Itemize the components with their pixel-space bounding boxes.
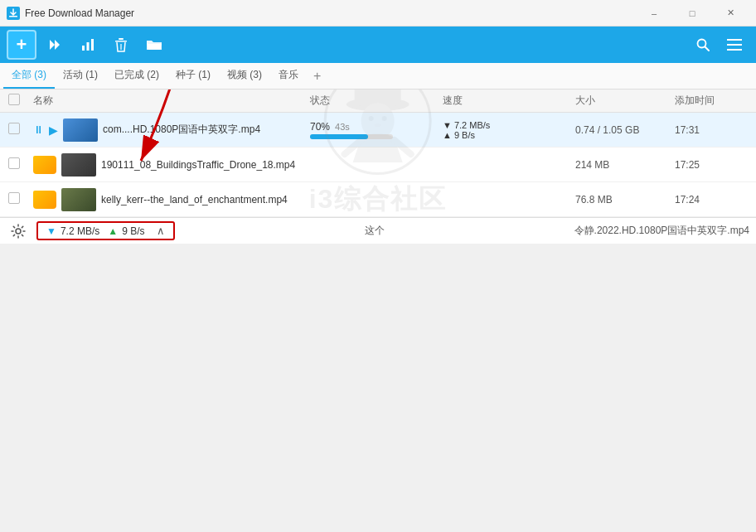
- row1-progress-bar-bg: [310, 134, 393, 139]
- row3-check[interactable]: [3, 192, 28, 206]
- up-arrow-icon: ▲: [108, 225, 118, 237]
- row3-filename-text: kelly_kerr--the_land_of_enchantment.mp4: [101, 194, 288, 206]
- row1-progress-bar-fill: [310, 134, 368, 139]
- table-row[interactable]: 190111_08_BuildingsTraffic_Drone_18.mp4 …: [0, 148, 756, 182]
- header-speed: 速度: [438, 94, 570, 108]
- row2-size: 214 MB: [570, 159, 670, 171]
- row1-time: 17:31: [670, 124, 753, 136]
- upload-speed-value: 9 B/s: [122, 225, 144, 237]
- row1-size: 0.74 / 1.05 GB: [570, 124, 670, 136]
- svg-rect-7: [119, 38, 124, 40]
- row1-speed-up: ▲ 9 B/s: [443, 130, 565, 140]
- tab-video[interactable]: 视频 (3): [219, 63, 270, 89]
- stats-button[interactable]: [73, 30, 103, 60]
- minimize-button[interactable]: –: [635, 0, 673, 27]
- svg-marker-2: [55, 40, 60, 50]
- row1-filename: ⏸ ▶ com....HD.1080P国语中英双字.mp4: [28, 118, 305, 142]
- svg-line-10: [705, 47, 710, 51]
- tab-music[interactable]: 音乐: [270, 63, 307, 89]
- row2-thumbnail: [61, 153, 96, 177]
- row1-play-icon[interactable]: ▶: [49, 123, 58, 137]
- tab-active[interactable]: 活动 (1): [55, 63, 106, 89]
- select-all-checkbox[interactable]: [8, 94, 20, 105]
- download-table: 名称 状态 速度 大小 添加时间 ⏸ ▶ com....HD.1080P国语中英…: [0, 89, 756, 217]
- header-time: 添加时间: [670, 94, 753, 108]
- app-icon: [7, 7, 20, 20]
- row1-pause-icon[interactable]: ⏸: [33, 123, 44, 136]
- row3-thumbnail: [61, 188, 96, 211]
- statusbar: ▼ 7.2 MB/s ▲ 9 B/s ∧ 这个 令静.2022.HD.1080P…: [0, 217, 756, 244]
- svg-rect-3: [82, 46, 85, 51]
- statusbar-download-speed: ▼ 7.2 MB/s: [46, 225, 99, 237]
- menu-button[interactable]: [720, 30, 749, 60]
- row2-check[interactable]: [3, 157, 28, 172]
- svg-rect-5: [91, 39, 94, 51]
- open-folder-button[interactable]: [139, 30, 169, 60]
- statusbar-settings-icon[interactable]: [7, 220, 30, 243]
- tab-add-button[interactable]: +: [307, 63, 327, 89]
- delete-button[interactable]: [106, 30, 136, 60]
- row3-checkbox[interactable]: [8, 192, 20, 204]
- toolbar-right: [688, 30, 749, 60]
- statusbar-filename: 令静.2022.HD.1080P国语中英双字.mp4: [574, 224, 749, 238]
- row1-speed-down: ▼ 7.2 MB/s: [443, 120, 565, 130]
- row1-speed: ▼ 7.2 MB/s ▲ 9 B/s: [438, 120, 570, 140]
- header-check: [3, 94, 28, 108]
- row3-time: 17:24: [670, 194, 753, 206]
- statusbar-upload-speed: ▲ 9 B/s: [108, 225, 144, 237]
- row3-folder-icon: [33, 191, 56, 209]
- resume-button[interactable]: [40, 30, 70, 60]
- table-row[interactable]: kelly_kerr--the_land_of_enchantment.mp4 …: [0, 182, 756, 217]
- row2-folder-icon: [33, 156, 56, 174]
- row1-check[interactable]: [3, 123, 28, 137]
- table-header: 名称 状态 速度 大小 添加时间: [0, 89, 756, 113]
- svg-rect-0: [9, 16, 17, 17]
- row1-checkbox[interactable]: [8, 123, 20, 134]
- tabs-bar: 全部 (3) 活动 (1) 已完成 (2) 种子 (1) 视频 (3) 音乐 +: [0, 63, 756, 89]
- svg-rect-6: [115, 41, 127, 42]
- svg-point-21: [16, 229, 21, 234]
- app-title: Free Download Manager: [25, 7, 635, 19]
- window-controls: – □ ✕: [635, 0, 749, 27]
- tab-all[interactable]: 全部 (3): [3, 63, 55, 89]
- row1-progress-text: 70%: [310, 121, 330, 133]
- down-arrow-icon: ▼: [46, 225, 56, 237]
- search-button[interactable]: [688, 30, 718, 60]
- row1-status: 70% 43s: [305, 121, 438, 139]
- row2-filename-text: 190111_08_BuildingsTraffic_Drone_18.mp4: [101, 159, 295, 171]
- header-size: 大小: [570, 94, 670, 108]
- close-button[interactable]: ✕: [711, 0, 749, 27]
- header-status: 状态: [305, 94, 438, 108]
- statusbar-label: 这个: [182, 224, 568, 238]
- table-row[interactable]: ⏸ ▶ com....HD.1080P国语中英双字.mp4 70% 43s ▼ …: [0, 113, 756, 148]
- row1-filename-text: com....HD.1080P国语中英双字.mp4: [103, 123, 260, 137]
- statusbar-speed-panel: ▼ 7.2 MB/s ▲ 9 B/s ∧: [36, 221, 175, 240]
- row3-size: 76.8 MB: [570, 194, 670, 206]
- titlebar: Free Download Manager – □ ✕: [0, 0, 756, 27]
- toolbar: +: [0, 27, 756, 63]
- row2-checkbox[interactable]: [8, 157, 20, 169]
- download-speed-value: 7.2 MB/s: [61, 225, 99, 237]
- row2-time: 17:25: [670, 159, 753, 171]
- row3-filename: kelly_kerr--the_land_of_enchantment.mp4: [28, 188, 305, 211]
- svg-rect-4: [87, 42, 90, 51]
- add-download-button[interactable]: +: [7, 30, 36, 60]
- tab-done[interactable]: 已完成 (2): [106, 63, 167, 89]
- row1-time-remaining: 43s: [335, 122, 350, 132]
- expand-speed-button[interactable]: ∧: [157, 225, 165, 237]
- header-name: 名称: [28, 94, 305, 108]
- svg-marker-1: [50, 40, 55, 50]
- maximize-button[interactable]: □: [673, 0, 711, 27]
- tab-torrent[interactable]: 种子 (1): [167, 63, 219, 89]
- row2-filename: 190111_08_BuildingsTraffic_Drone_18.mp4: [28, 153, 305, 177]
- row1-thumbnail: [63, 118, 98, 142]
